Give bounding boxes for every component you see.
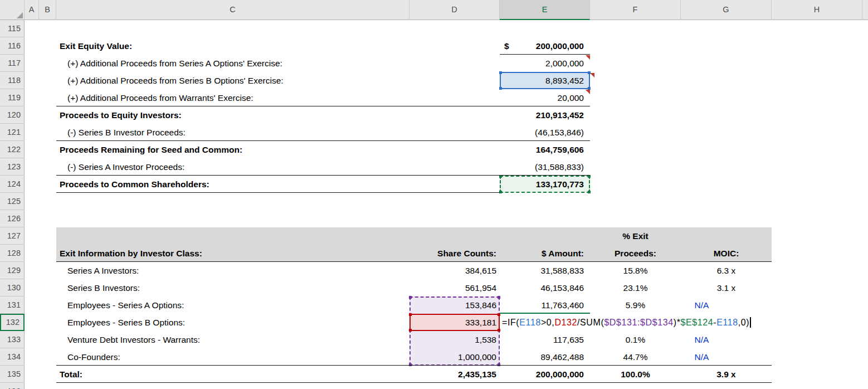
cell-F134[interactable]: 44.7%	[590, 348, 681, 366]
cell-C120[interactable]: Proceeds to Equity Investors:	[56, 106, 409, 124]
cell-E135[interactable]: 200,000,000	[500, 366, 590, 383]
cell-E131[interactable]: 11,763,460	[500, 296, 590, 314]
formula-token-ref: E118	[519, 318, 541, 327]
formula-token-ref: E118	[716, 318, 738, 327]
row-header-115[interactable]: 115	[0, 20, 25, 37]
cell-G129[interactable]: 6.3 x	[681, 262, 772, 279]
cell-D129[interactable]: 384,615	[409, 262, 500, 279]
cell-C123[interactable]: (-) Series A Investor Proceeds:	[56, 158, 409, 176]
cell-E118[interactable]: 8,893,452	[500, 72, 590, 89]
comment-indicator-E119	[586, 90, 590, 94]
spreadsheet-grid: Exit Equity Value: $ 200,000,000 (+) Add…	[0, 0, 868, 389]
cell-F133[interactable]: 0.1%	[590, 331, 681, 348]
row-header-132[interactable]: 132	[0, 314, 25, 331]
cell-C122[interactable]: Proceeds Remaining for Seed and Common:	[56, 141, 409, 158]
cell-G130[interactable]: 3.1 x	[681, 279, 772, 296]
cell-E121[interactable]: (46,153,846)	[500, 124, 590, 141]
cell-E128[interactable]: $ Amount:	[500, 245, 590, 262]
cell-E123[interactable]: (31,588,833)	[500, 158, 590, 176]
row-header-116[interactable]: 116	[0, 37, 25, 55]
cell-G134[interactable]: N/A	[681, 348, 772, 366]
cell-C133[interactable]: Venture Debt Investors - Warrants:	[56, 331, 409, 348]
cell-C135[interactable]: Total:	[56, 366, 409, 383]
row-header-130[interactable]: 130	[0, 279, 25, 296]
column-header-D[interactable]: D	[409, 0, 500, 20]
cell-D131[interactable]: 153,846	[409, 296, 500, 314]
cell-G131[interactable]: N/A	[681, 296, 772, 314]
cell-E119[interactable]: 20,000	[500, 89, 590, 106]
row-header-131[interactable]: 131	[0, 296, 25, 314]
row-header-134[interactable]: 134	[0, 348, 25, 366]
column-header-H[interactable]: H	[772, 0, 862, 20]
column-header-F[interactable]: F	[590, 0, 681, 20]
cell-C116[interactable]: Exit Equity Value:	[56, 37, 409, 55]
column-header-E[interactable]: E	[500, 0, 590, 20]
cell-E120[interactable]: 210,913,452	[500, 106, 590, 124]
row-header-117[interactable]: 117	[0, 55, 25, 72]
select-all-corner[interactable]	[0, 0, 25, 20]
row-header-126[interactable]: 126	[0, 210, 25, 227]
row-header-118[interactable]: 118	[0, 72, 25, 89]
row-header-121[interactable]: 121	[0, 124, 25, 141]
row-header-127[interactable]: 127	[0, 227, 25, 245]
formula-token: /SUM(	[577, 318, 604, 327]
cell-D133[interactable]: 1,538	[409, 331, 500, 348]
row-header-133[interactable]: 133	[0, 331, 25, 348]
cell-C121[interactable]: (-) Series B Investor Proceeds:	[56, 124, 409, 141]
cell-C131[interactable]: Employees - Series A Options:	[56, 296, 409, 314]
cell-C124[interactable]: Proceeds to Common Shareholders:	[56, 176, 409, 193]
row-header-136[interactable]: 136	[0, 383, 25, 389]
cell-E122[interactable]: 164,759,606	[500, 141, 590, 158]
cell-E129[interactable]: 31,588,833	[500, 262, 590, 279]
cell-C134[interactable]: Co-Founders:	[56, 348, 409, 366]
formula-token-ref: $E$124	[680, 318, 713, 327]
cell-E134[interactable]: 89,462,488	[500, 348, 590, 366]
cell-E116[interactable]: $ 200,000,000	[500, 37, 590, 55]
column-header-B[interactable]: B	[39, 0, 56, 20]
row-header-123[interactable]: 123	[0, 158, 25, 176]
formula-token: ,0)	[738, 318, 749, 327]
row-header-120[interactable]: 120	[0, 106, 25, 124]
cell-C117[interactable]: (+) Additional Proceeds from Series A Op…	[56, 55, 409, 72]
formula-token-ref: $D$131:$D$134	[604, 318, 673, 327]
cell-G128[interactable]: MOIC:	[681, 245, 772, 262]
cell-E117[interactable]: 2,000,000	[500, 55, 590, 72]
column-header-G[interactable]: G	[681, 0, 772, 20]
cell-F128[interactable]: Proceeds:	[590, 245, 681, 262]
cell-F127[interactable]: % Exit	[590, 227, 681, 245]
cell-C119[interactable]: (+) Additional Proceeds from Warrants' E…	[56, 89, 409, 106]
row-header-128[interactable]: 128	[0, 245, 25, 262]
cell-F131[interactable]: 5.9%	[590, 296, 681, 314]
cell-F129[interactable]: 15.8%	[590, 262, 681, 279]
cell-E130[interactable]: 46,153,846	[500, 279, 590, 296]
row-header-125[interactable]: 125	[0, 193, 25, 210]
cell-editor-E132[interactable]: =IF(E118>0,D132/SUM($D$131:$D$134)*$E$12…	[501, 314, 752, 331]
cell-G133[interactable]: N/A	[681, 331, 772, 348]
cell-C130[interactable]: Series B Investors:	[56, 279, 409, 296]
row-header-135[interactable]: 135	[0, 366, 25, 383]
cell-D128[interactable]: Share Counts:	[409, 245, 500, 262]
formula-token-ref: D132	[554, 318, 577, 327]
cell-D130[interactable]: 561,954	[409, 279, 500, 296]
cell-E133[interactable]: 117,635	[500, 331, 590, 348]
cell-D135[interactable]: 2,435,135	[409, 366, 500, 383]
row-header-129[interactable]: 129	[0, 262, 25, 279]
cell-D132[interactable]: 333,181	[409, 314, 500, 331]
currency-symbol: $	[504, 37, 509, 55]
column-header-C[interactable]: C	[56, 0, 409, 20]
row-header-124[interactable]: 124	[0, 176, 25, 193]
cell-F135[interactable]: 100.0%	[590, 366, 681, 383]
cell-C132[interactable]: Employees - Series B Options:	[56, 314, 409, 331]
cell-G135[interactable]: 3.9 x	[681, 366, 772, 383]
column-header-A[interactable]: A	[25, 0, 39, 20]
cell-C128[interactable]: Exit Information by Investor Class:	[56, 245, 409, 262]
amount-text: 200,000,000	[536, 37, 584, 55]
formula-token: =IF(	[502, 318, 519, 327]
row-header-122[interactable]: 122	[0, 141, 25, 158]
cell-F130[interactable]: 23.1%	[590, 279, 681, 296]
row-header-119[interactable]: 119	[0, 89, 25, 106]
cell-D134[interactable]: 1,000,000	[409, 348, 500, 366]
cell-C129[interactable]: Series A Investors:	[56, 262, 409, 279]
cell-C118[interactable]: (+) Additional Proceeds from Series B Op…	[56, 72, 409, 89]
cell-E124[interactable]: 133,170,773	[500, 176, 590, 193]
